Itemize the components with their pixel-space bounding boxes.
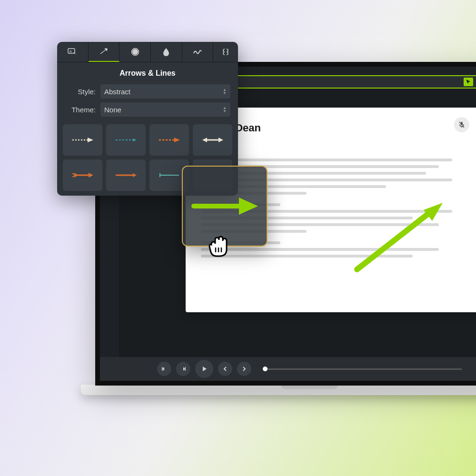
- timeline-track[interactable]: [263, 368, 462, 370]
- style-label: Style:: [65, 88, 96, 96]
- svg-marker-28: [202, 138, 207, 142]
- tab-keystroke-icon[interactable]: [213, 42, 238, 62]
- document-author: Renee Dean: [201, 122, 466, 134]
- pointer-tool-icon[interactable]: [464, 78, 473, 86]
- play-button[interactable]: [195, 360, 213, 378]
- arrow-style-dashed-teal[interactable]: [106, 124, 146, 156]
- svg-rect-15: [185, 367, 186, 371]
- next-button[interactable]: [237, 362, 251, 376]
- svg-marker-24: [133, 139, 137, 141]
- svg-marker-37: [239, 198, 258, 215]
- step-back-button[interactable]: [157, 362, 171, 376]
- arrow-style-dotted-white[interactable]: [63, 124, 102, 156]
- playhead[interactable]: [263, 367, 268, 371]
- arrow-style-double-white[interactable]: [193, 124, 232, 156]
- theme-label: Theme:: [65, 106, 96, 114]
- svg-marker-33: [133, 173, 137, 177]
- tab-shape-icon[interactable]: [119, 42, 151, 62]
- tab-blur-icon[interactable]: [151, 42, 182, 62]
- panel-title: Arrows & Lines: [57, 62, 238, 82]
- stepper-icon: ▲▼: [223, 88, 227, 95]
- svg-marker-22: [88, 138, 93, 142]
- grab-cursor-icon: [205, 233, 231, 258]
- prev-button[interactable]: [218, 362, 232, 376]
- laptop-base: [81, 385, 476, 395]
- svg-marker-31: [89, 173, 93, 178]
- svg-rect-14: [162, 367, 163, 371]
- svg-marker-26: [174, 138, 180, 142]
- step-forward-button[interactable]: [176, 362, 190, 376]
- arrow-style-feather-orange[interactable]: [63, 159, 102, 191]
- tab-callout-icon[interactable]: a: [57, 42, 89, 62]
- svg-point-19: [132, 49, 138, 55]
- mute-icon[interactable]: [454, 117, 469, 132]
- arrow-style-dashed-orange[interactable]: [149, 124, 189, 156]
- svg-marker-29: [218, 138, 223, 142]
- theme-select[interactable]: None▲▼: [100, 102, 230, 117]
- playbar: [100, 357, 476, 381]
- tab-freehand-icon[interactable]: [182, 42, 214, 62]
- style-select[interactable]: Abstract▲▼: [100, 84, 230, 99]
- svg-text:a: a: [69, 49, 72, 53]
- tab-arrow-icon[interactable]: [89, 42, 120, 62]
- arrow-style-solid-orange[interactable]: [106, 159, 146, 191]
- handles-tool-icon[interactable]: [474, 78, 476, 86]
- stepper-icon: ▲▼: [223, 106, 227, 113]
